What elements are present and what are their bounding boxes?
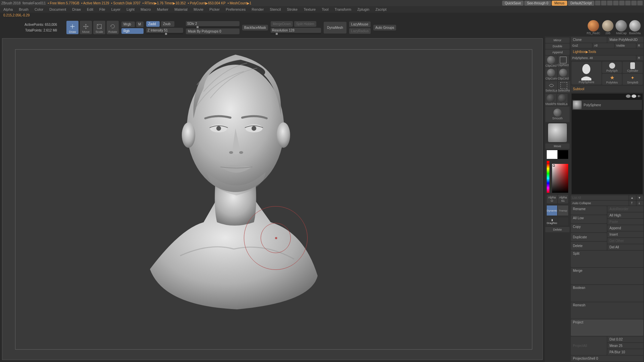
arrow-down-icon[interactable]: ▼: [637, 195, 643, 200]
scale-mode-button[interactable]: Scale: [93, 21, 105, 34]
autocollapse-button[interactable]: Auto Collapse: [571, 201, 629, 205]
window-icon-3[interactable]: [607, 1, 612, 5]
menu-material[interactable]: Material: [174, 7, 187, 11]
menu-color[interactable]: Color: [35, 7, 43, 11]
transp-button[interactable]: Transp: [558, 205, 568, 216]
subtool-eye-icon[interactable]: 👁: [637, 95, 641, 98]
tool-polymes[interactable]: ★PolyMes: [602, 74, 622, 85]
maskpen-brush[interactable]: MaskPe: [545, 94, 556, 106]
menu-stencil[interactable]: Stencil: [270, 7, 281, 11]
hue-strip[interactable]: [547, 164, 549, 193]
split-section[interactable]: Split: [571, 251, 643, 267]
3d-viewport[interactable]: ✱: [2, 38, 543, 360]
color-picker[interactable]: [547, 161, 568, 193]
cliprect-brush[interactable]: ClipRect: [557, 56, 569, 68]
lightbox-tools-header[interactable]: Lightbox▶Tools: [571, 49, 643, 55]
insert-button[interactable]: Insert: [607, 232, 643, 237]
selectlasso-brush[interactable]: SelectLa: [545, 81, 557, 93]
autoreorder-button[interactable]: AutoReorder: [607, 206, 643, 212]
autogroups-button[interactable]: Auto Groups: [373, 25, 396, 31]
draw-mode-button[interactable]: Draw: [66, 21, 78, 34]
menu-light[interactable]: Light: [126, 7, 135, 11]
project-section[interactable]: Project: [571, 319, 643, 336]
masklasso-brush[interactable]: MaskLa: [557, 94, 568, 106]
menu-texture[interactable]: Texture: [304, 7, 316, 11]
projectionshell-slider[interactable]: ProjectionShell 0: [571, 356, 643, 361]
make-polymesh3d-button[interactable]: Make PolyMesh3D: [607, 37, 643, 43]
arrow-up-icon[interactable]: ▲: [629, 195, 636, 200]
lazymouse-button[interactable]: LazyMouse: [349, 21, 371, 27]
polysphere-r[interactable]: R: [637, 56, 643, 60]
menu-file[interactable]: File: [99, 7, 105, 11]
projectall-button[interactable]: ProjectAll: [571, 337, 607, 355]
duplicate-button[interactable]: Duplicate: [571, 233, 607, 241]
menu-macro[interactable]: Macro: [141, 7, 151, 11]
boolean-section[interactable]: Boolean: [571, 285, 643, 301]
menu-tool[interactable]: Tool: [322, 7, 328, 11]
color-swatches[interactable]: [547, 150, 568, 159]
minimize-icon[interactable]: [625, 1, 631, 5]
append-subtool-button[interactable]: Append: [607, 225, 643, 231]
side-delete-button[interactable]: Delete: [545, 227, 570, 232]
goz-button[interactable]: GoZ: [571, 43, 592, 48]
menu-draw[interactable]: Draw: [72, 7, 81, 11]
listall-button[interactable]: List All: [571, 195, 629, 200]
material-matcap[interactable]: MatCap: [615, 20, 627, 35]
clipcircle-brush[interactable]: ClipCircl: [545, 56, 557, 68]
rgb-button[interactable]: Rgb: [121, 28, 144, 34]
close-icon[interactable]: [637, 1, 643, 5]
material-basic[interactable]: BasicMa: [629, 20, 641, 35]
maximize-icon[interactable]: [631, 1, 637, 5]
delall-button[interactable]: Del All: [607, 244, 643, 250]
mask-polygroups-slider[interactable]: Mask By Polygroups 0: [186, 28, 239, 34]
goz-all-button[interactable]: All: [593, 43, 614, 48]
rename-button[interactable]: Rename: [571, 206, 607, 215]
menu-stroke[interactable]: Stroke: [287, 7, 298, 11]
menus-button[interactable]: Menus: [552, 1, 567, 6]
tool-cylinder[interactable]: Cylinder: [623, 62, 643, 73]
goz-visible-button[interactable]: Visible: [615, 43, 636, 48]
subtool-vis-icon2[interactable]: [632, 95, 636, 98]
double-button[interactable]: Double: [545, 44, 570, 49]
material-rsredc[interactable]: RS_RedC: [587, 20, 600, 35]
append-button[interactable]: Append: [545, 50, 570, 55]
menu-movie[interactable]: Movie: [194, 7, 203, 11]
seethrough-slider[interactable]: See-through 0: [524, 1, 551, 6]
menu-brush[interactable]: Brush: [19, 7, 29, 11]
menu-document[interactable]: Document: [49, 7, 66, 11]
menu-picker[interactable]: Picker: [209, 7, 220, 11]
move-down-icon[interactable]: ⤓: [637, 201, 643, 205]
alpha-off[interactable]: Alpha O: [547, 195, 557, 203]
goz-r-button[interactable]: R: [637, 43, 643, 48]
merge-section[interactable]: Merge: [571, 268, 643, 284]
menu-alpha[interactable]: Alpha: [3, 7, 13, 11]
menu-marker[interactable]: Marker: [157, 7, 168, 11]
menu-preferences[interactable]: Preferences: [226, 7, 246, 11]
clone-button[interactable]: Clone: [571, 37, 607, 43]
move-mode-button[interactable]: Move: [80, 21, 92, 34]
clipcircle2-brush[interactable]: ClipCircl: [558, 68, 569, 80]
backface-mask-button[interactable]: BackfaceMask: [242, 25, 268, 31]
mean-slider[interactable]: Mean 25: [607, 343, 643, 349]
paste-button[interactable]: Paste: [607, 219, 643, 225]
delete-button[interactable]: Delete: [571, 242, 607, 250]
menu-zplugin[interactable]: Zplugin: [357, 7, 369, 11]
mergedown-button[interactable]: MergeDown: [271, 21, 293, 27]
move-up-icon[interactable]: ⤒: [629, 201, 636, 205]
dynamesh-button[interactable]: DynaMesh: [324, 22, 346, 34]
window-icon-4[interactable]: [613, 1, 619, 5]
tool-polysph[interactable]: PolySph: [602, 62, 622, 73]
window-icon-2[interactable]: [601, 1, 606, 5]
smooth-brush[interactable]: Smooth: [545, 107, 570, 122]
subtool-vis-icon[interactable]: [626, 95, 631, 98]
subtool-header[interactable]: Subtool: [571, 86, 643, 92]
zintensity-slider[interactable]: Z Intensity 51: [146, 28, 183, 33]
clipcurve-brush[interactable]: ClipCurv: [545, 68, 557, 80]
window-icon-5[interactable]: [619, 1, 625, 5]
window-icon-1[interactable]: [595, 1, 600, 5]
xpose-button[interactable]: [558, 218, 568, 226]
tool-simplebrush[interactable]: ✦SimpleB: [623, 74, 643, 85]
subtool-list[interactable]: 👁 PolySphere: [572, 94, 643, 194]
splithidden-button[interactable]: Split Hidden: [294, 21, 316, 27]
menu-render[interactable]: Render: [252, 7, 264, 11]
